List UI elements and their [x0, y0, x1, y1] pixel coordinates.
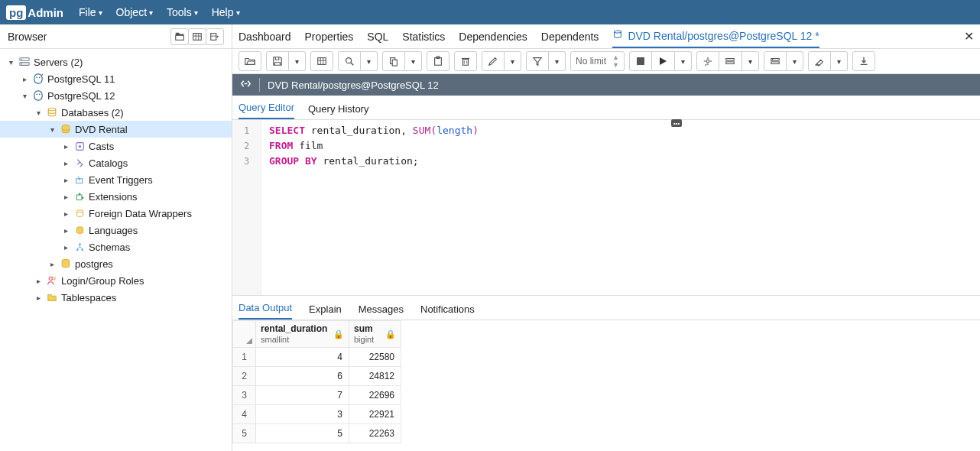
browser-btn-1[interactable]	[170, 28, 189, 45]
cell[interactable]: 3	[256, 405, 349, 424]
tab-close-button[interactable]: ✕	[964, 29, 974, 44]
save-dropdown[interactable]: ▾	[289, 51, 306, 71]
clear-button[interactable]	[808, 51, 831, 71]
menu-object[interactable]: Object▾	[116, 6, 153, 18]
expand-icon[interactable]: ▸	[34, 294, 43, 302]
edit-button[interactable]	[482, 51, 505, 71]
tree-dvdrental[interactable]: ▾DVD Rental	[0, 121, 232, 138]
cell[interactable]: 22580	[349, 348, 401, 367]
menu-help[interactable]: Help▾	[212, 6, 240, 18]
cell[interactable]: 22921	[349, 405, 401, 424]
tree-extensions[interactable]: ▸Extensions	[0, 188, 232, 205]
explain-dropdown[interactable]: ▾	[742, 51, 759, 71]
collapse-icon[interactable]: ▾	[20, 92, 29, 100]
tab-statistics[interactable]: Statistics	[402, 24, 445, 48]
table-row[interactable]: 5522263	[233, 424, 401, 443]
collapse-icon[interactable]: ▾	[34, 109, 43, 117]
search-button[interactable]	[338, 51, 361, 71]
tab-query-editor[interactable]: Query Editor	[239, 102, 294, 119]
tab-dependents[interactable]: Dependents	[541, 24, 599, 48]
column-header[interactable]: rental_durationsmallint🔒	[256, 321, 349, 348]
tree-servers[interactable]: ▾Servers (2)	[0, 54, 232, 70]
tab-data-output[interactable]: Data Output	[239, 302, 292, 320]
tab-query-history[interactable]: Query History	[308, 103, 368, 119]
commit-dropdown[interactable]: ▾	[787, 51, 803, 71]
commit-button[interactable]	[764, 51, 787, 71]
tab-dashboard[interactable]: Dashboard	[239, 24, 291, 48]
tree-catalogs[interactable]: ▸Catalogs	[0, 154, 232, 171]
paste-button[interactable]	[427, 51, 449, 71]
tree-pg12[interactable]: ▾PostgreSQL 12	[0, 87, 232, 104]
tree-schemas[interactable]: ▸Schemas	[0, 238, 232, 255]
expand-icon[interactable]: ▸	[61, 176, 70, 184]
expand-icon[interactable]: ▸	[61, 193, 70, 201]
column-header[interactable]: sumbigint🔒	[349, 321, 401, 348]
tab-properties[interactable]: Properties	[305, 24, 354, 48]
find-button[interactable]	[310, 51, 333, 71]
expand-icon[interactable]: ▸	[61, 142, 70, 151]
execute-dropdown[interactable]: ▾	[675, 51, 692, 71]
row-header[interactable]: 4	[233, 405, 256, 424]
grid-corner[interactable]	[233, 321, 256, 348]
menu-file[interactable]: File▾	[79, 6, 102, 18]
limit-select[interactable]: No limit▲▼	[570, 51, 625, 71]
expand-icon[interactable]: ▸	[61, 159, 70, 167]
expand-icon[interactable]: ▸	[61, 243, 70, 251]
tree-languages[interactable]: ▸Languages	[0, 222, 232, 238]
row-header[interactable]: 1	[233, 348, 256, 367]
collapse-icon[interactable]: ▾	[6, 58, 15, 67]
open-file-button[interactable]	[239, 51, 261, 71]
cell[interactable]: 6	[256, 367, 349, 386]
tab-sql[interactable]: SQL	[367, 24, 388, 48]
expand-icon[interactable]: ▸	[34, 277, 43, 285]
copy-button[interactable]	[382, 51, 405, 71]
row-header[interactable]: 5	[233, 424, 256, 443]
tab-dependencies[interactable]: Dependencies	[459, 24, 527, 48]
search-dropdown[interactable]: ▾	[361, 51, 378, 71]
row-header[interactable]: 3	[233, 386, 256, 405]
explain-analyze-button[interactable]	[719, 51, 742, 71]
tree-loginroles[interactable]: ▸Login/Group Roles	[0, 272, 232, 289]
browser-btn-3[interactable]	[206, 28, 224, 45]
cell[interactable]: 4	[256, 348, 349, 367]
expand-icon[interactable]: ▸	[61, 209, 70, 218]
table-row[interactable]: 3722696	[233, 386, 401, 405]
tree-casts[interactable]: ▸Casts	[0, 138, 232, 154]
tree-eventtriggers[interactable]: ▸Event Triggers	[0, 171, 232, 188]
tab-notifications[interactable]: Notifications	[420, 303, 475, 320]
execute-button[interactable]	[652, 51, 675, 71]
tab-querytool[interactable]: DVD Rental/postgres@PostgreSQL 12 *	[612, 24, 819, 48]
tree-fdw[interactable]: ▸Foreign Data Wrappers	[0, 205, 232, 222]
expand-icon[interactable]: ▸	[47, 260, 57, 268]
row-header[interactable]: 2	[233, 367, 256, 386]
clear-dropdown[interactable]: ▾	[831, 51, 848, 71]
filter-button[interactable]	[526, 51, 549, 71]
edit-dropdown[interactable]: ▾	[505, 51, 521, 71]
tree-postgres[interactable]: ▸postgres	[0, 255, 232, 272]
cell[interactable]: 22263	[349, 424, 401, 443]
cell[interactable]: 24812	[349, 367, 401, 386]
download-button[interactable]	[852, 51, 875, 71]
cell[interactable]: 22696	[349, 386, 401, 405]
save-button[interactable]	[266, 51, 289, 71]
expand-icon[interactable]: ▸	[20, 75, 29, 83]
tree-tablespaces[interactable]: ▸Tablespaces	[0, 289, 232, 306]
tree-pg11[interactable]: ▸PostgreSQL 11	[0, 70, 232, 87]
collapse-icon[interactable]: ▾	[47, 125, 57, 134]
cell[interactable]: 7	[256, 386, 349, 405]
browser-btn-2[interactable]	[188, 28, 206, 45]
explain-button[interactable]	[696, 51, 719, 71]
scratch-pad-handle[interactable]: •••	[671, 119, 682, 127]
tab-explain[interactable]: Explain	[309, 303, 342, 320]
sql-editor[interactable]: ••• 1 2 3 SELECT rental_duration, SUM(le…	[232, 120, 980, 296]
expand-icon[interactable]: ▸	[61, 226, 70, 235]
tab-messages[interactable]: Messages	[359, 303, 404, 320]
menu-tools[interactable]: Tools▾	[167, 6, 198, 18]
delete-button[interactable]	[454, 51, 477, 71]
stop-button[interactable]	[629, 51, 652, 71]
tree-databases[interactable]: ▾Databases (2)	[0, 104, 232, 121]
table-row[interactable]: 2624812	[233, 367, 401, 386]
copy-dropdown[interactable]: ▾	[405, 51, 422, 71]
cell[interactable]: 5	[256, 424, 349, 443]
filter-dropdown[interactable]: ▾	[549, 51, 566, 71]
